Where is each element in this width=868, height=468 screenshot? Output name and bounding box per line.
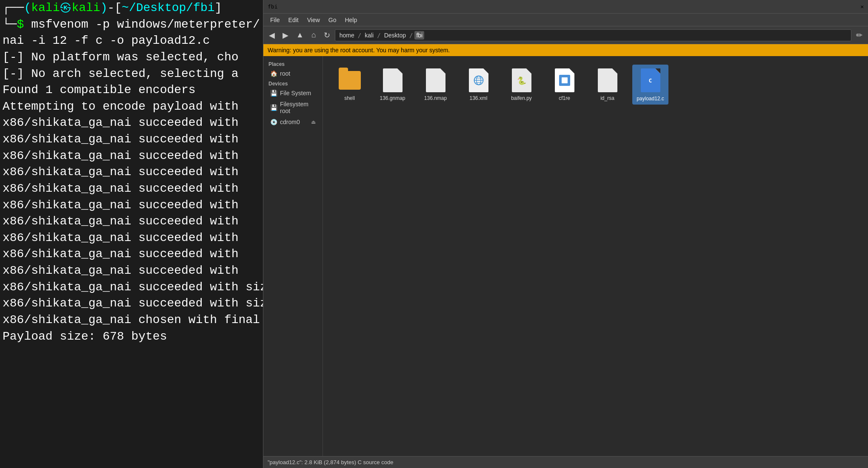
statusbar: "payload12.c": 2.8 KiB (2,874 bytes) C s… [263,456,868,468]
reload-button[interactable]: ↻ [321,29,333,42]
file-shell[interactable]: shell [331,65,368,105]
places-title: Places [263,60,323,68]
cdrom-icon: 💿 [270,119,277,125]
file-136gnmap-label: 136.gnmap [380,95,405,101]
xml-icon [468,67,490,94]
file-cf1re-label: cf1re [559,95,570,101]
file-136xml-label: 136.xml [469,95,487,101]
toolbar: ◀ ▶ ▲ ⌂ ↻ home / kali / Desktop / fbi ✏ [263,26,868,44]
menu-view[interactable]: View [304,15,323,25]
folder-icon [339,67,361,94]
menubar: File Edit View Go Help [263,14,868,26]
file-manager-window: fbi ✕ File Edit View Go Help ◀ ▶ ▲ ⌂ ↻ h… [263,0,868,468]
file-136nmap-label: 136.nmap [424,95,447,101]
forward-button[interactable]: ▶ [280,29,291,42]
nmap-icon [425,67,447,94]
py-icon: 🐍 [511,67,533,94]
back-button[interactable]: ◀ [266,29,278,42]
file-cf1re[interactable]: cf1re [546,65,582,105]
eject-icon[interactable]: ⏏ [311,119,316,125]
path-home[interactable]: home [338,31,356,40]
path-kali[interactable]: kali [363,31,375,40]
content-area: Places 🏠 root Devices 💾 File System 💾 Fi… [263,56,868,456]
file-136gnmap[interactable]: 136.gnmap [374,65,411,105]
c-file-icon: C [640,67,662,94]
menu-edit[interactable]: Edit [285,15,302,25]
warning-bar: Warning: you are using the root account.… [263,44,868,56]
gnmap-icon [382,67,404,94]
sidebar: Places 🏠 root Devices 💾 File System 💾 Fi… [263,56,323,456]
files-area: shell 136.gnmap 136.nmap [323,56,868,456]
devices-title: Devices [263,79,323,88]
sidebar-filesystem-label: File System [280,90,311,96]
file-136nmap[interactable]: 136.nmap [417,65,454,105]
sidebar-item-root[interactable]: 🏠 root [265,68,321,79]
file-idrsa[interactable]: id_rsa [589,65,625,105]
menu-go[interactable]: Go [325,15,340,25]
sidebar-item-filesystem[interactable]: 💾 File System [265,88,321,99]
close-icon[interactable]: ✕ [860,3,864,10]
home-button[interactable]: ⌂ [308,29,319,41]
drive-icon: 💾 [270,90,277,96]
terminal-window: ┌──(kali㉿kali)-[~/Desktop/fbi] └─$ msfve… [0,0,263,468]
statusbar-text: "payload12.c": 2.8 KiB (2,874 bytes) C s… [268,459,393,465]
file-baifenpy-label: baifen.py [511,95,532,101]
up-button[interactable]: ▲ [293,29,307,41]
path-bar: home / kali / Desktop / fbi [335,29,851,41]
sidebar-root-label: root [280,70,290,77]
sidebar-cdrom-label: cdrom0 [280,119,300,125]
file-baifenpy[interactable]: 🐍 baifen.py [503,65,540,105]
file-136xml[interactable]: 136.xml [460,65,497,105]
app-icon [554,67,576,94]
rsa-icon [597,67,619,94]
drive2-icon: 💾 [270,104,277,111]
file-idrsa-label: id_rsa [600,95,614,101]
path-fbi[interactable]: fbi [414,31,424,40]
sidebar-filesystem-root-label: Filesystem root [280,101,316,114]
titlebar: fbi ✕ [263,0,868,14]
sidebar-item-filesystem-root[interactable]: 💾 Filesystem root [265,99,321,116]
menu-file[interactable]: File [267,15,283,25]
file-payload12c-label: payload12.c [635,95,665,102]
warning-text: Warning: you are using the root account.… [268,47,450,54]
titlebar-title: fbi [268,3,277,10]
sidebar-item-cdrom[interactable]: 💿 cdrom0 ⏏ [265,116,321,128]
menu-help[interactable]: Help [341,15,360,25]
path-desktop[interactable]: Desktop [383,31,408,40]
file-shell-label: shell [344,95,355,101]
home-icon: 🏠 [270,70,277,77]
file-payload12c[interactable]: C payload12.c [632,65,668,105]
edit-path-button[interactable]: ✏ [853,29,865,42]
